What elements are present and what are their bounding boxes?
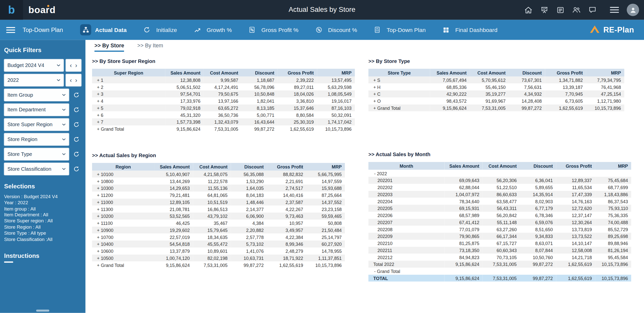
row-label-cell[interactable]: 202206 <box>368 212 444 219</box>
filter-select-store-super-region[interactable]: Store Super Region <box>4 118 69 131</box>
row-label-cell[interactable]: 202208 <box>368 226 444 233</box>
refresh-icon[interactable] <box>71 166 81 172</box>
table-row[interactable]: 20221284,94,82370,73,10510,50,76014,21,7… <box>368 254 631 261</box>
row-label-cell[interactable]: Total 2022 <box>368 261 444 268</box>
table-row[interactable]: + H68,85,33655,46,1507,56,63113,39,18776… <box>368 83 624 90</box>
avatar[interactable] <box>627 4 639 16</box>
refresh-icon[interactable] <box>71 92 81 98</box>
filter-select-item-group[interactable]: Item Group <box>4 89 69 101</box>
row-label-cell[interactable]: + Grand Total <box>92 261 154 268</box>
row-label-cell[interactable]: 202202 <box>368 184 444 191</box>
filter-select-store-region[interactable]: Store Region <box>4 133 69 146</box>
table-row[interactable]: 20220169,09,64356,20,3066,36,04112,89,33… <box>368 177 631 184</box>
table-row[interactable]: + 1070022,57,01918,34,6352,57,7784,22,38… <box>92 233 345 240</box>
table-row[interactable]: 2022031,04,07,97286,60,63314,35,91417,47… <box>368 191 631 198</box>
row-label-cell[interactable]: 202207 <box>368 219 444 226</box>
row-label-cell[interactable]: 202205 <box>368 205 444 212</box>
board-logo[interactable]: b <box>0 0 23 20</box>
tab-initialize[interactable]: Initialize <box>141 24 177 35</box>
tab-growth[interactable]: Growth % <box>192 24 232 35</box>
tab-discount[interactable]: Discount % <box>313 24 357 35</box>
presentation-icon[interactable] <box>539 5 549 15</box>
sidebar-menu-icon[interactable] <box>6 26 17 33</box>
row-label-cell[interactable]: 202209 <box>368 233 444 240</box>
table-row[interactable]: + 71,57,73,3981,32,43,07916,43,64425,30,… <box>92 118 355 125</box>
table-row[interactable]: + O98,43,57291,69,96714,28,4086,73,6051,… <box>368 97 624 105</box>
row-label-cell[interactable]: + 10900 <box>92 227 154 234</box>
row-label-cell[interactable]: + 11100 <box>92 220 154 227</box>
row-label-cell[interactable]: 202212 <box>368 254 444 261</box>
notes-icon[interactable] <box>555 5 566 15</box>
table-row[interactable]: + 112,38,8089,99,5871,18,6872,39,22213,5… <box>92 77 355 84</box>
subtab-by-item[interactable]: >> By Item <box>137 42 163 52</box>
row-label-cell[interactable]: + 7 <box>92 118 165 125</box>
table-row[interactable]: + 1110046,42535,4674,38410,95750,808 <box>92 220 345 227</box>
refresh-icon[interactable] <box>71 136 81 142</box>
tab-final-dashboard[interactable]: Final Dashboard <box>440 24 498 35</box>
row-label-cell[interactable]: + 10300 <box>92 185 154 192</box>
row-label-cell[interactable]: 202210 <box>368 240 444 247</box>
refresh-icon[interactable] <box>71 107 81 113</box>
table-row[interactable]: 20220668,57,98956,20,8426,78,34612,37,14… <box>368 212 631 219</box>
table-row[interactable]: + 1020053,52,56543,79,1026,06,9009,73,46… <box>92 213 345 220</box>
table-row[interactable]: + 417,33,97613,97,1661,82,0413,36,81019,… <box>92 97 355 105</box>
table-row[interactable]: 20220262,88,04451,22,5105,89,65511,65,53… <box>368 184 631 191</box>
table-row[interactable]: Total 20229,15,86,6247,53,31,00599,87,27… <box>368 261 631 268</box>
table-row[interactable]: 20220569,15,93156,43,3116,77,17912,72,62… <box>368 205 631 212</box>
home-icon[interactable] <box>523 5 533 15</box>
menu-icon[interactable] <box>609 5 620 15</box>
table-row[interactable]: + 1060013,37,87910,89,6011,41,0762,48,27… <box>92 248 345 255</box>
table-row[interactable]: + Grand Total9,15,86,6247,53,31,00599,87… <box>92 261 345 268</box>
table-row[interactable]: + Grand Total9,15,86,6247,53,31,00599,87… <box>368 105 624 112</box>
filter-select-item-department[interactable]: Item Department <box>4 103 69 116</box>
row-label-cell[interactable]: - Grand Total <box>368 268 444 275</box>
table-row[interactable]: 20220979,90,86566,17,3449,34,83313,73,52… <box>368 233 631 240</box>
next-arrow-icon[interactable]: › <box>75 62 77 69</box>
table-row[interactable]: + 397,54,70179,50,67510,50,84818,04,0261… <box>92 90 355 97</box>
row-label-cell[interactable]: + 10500 <box>92 255 154 262</box>
row-label-cell[interactable]: + 10800 <box>92 178 154 185</box>
table-row[interactable]: 20220877,01,07963,27,2608,51,65013,73,81… <box>368 226 631 233</box>
row-label-cell[interactable]: + 10400 <box>92 240 154 248</box>
table-row[interactable]: + 645,31,32036,50,7365,00,7718,80,58450,… <box>92 111 355 118</box>
table-row[interactable]: + 1040054,54,81845,55,4725,73,1028,99,34… <box>92 240 345 248</box>
table-row[interactable]: + 1100012,89,10510,51,5191,48,4462,37,58… <box>92 199 345 206</box>
prev-arrow-icon[interactable]: ‹ <box>70 62 72 69</box>
table-row[interactable]: + 1030014,29,65311,55,1361,64,0352,74,51… <box>92 185 345 192</box>
table-row[interactable]: TOTAL9,15,86,6247,53,31,00599,87,2721,62… <box>368 275 631 282</box>
table-row[interactable]: + S7,05,67,4945,70,95,61273,67,3011,34,7… <box>368 77 624 84</box>
row-label-cell[interactable]: + 10600 <box>92 248 154 255</box>
row-label-cell[interactable]: - 2022 <box>368 170 444 177</box>
table-row[interactable]: + 101005,10,40,9074,21,58,07556,35,08888… <box>92 171 345 178</box>
row-label-cell[interactable]: + 3 <box>92 90 165 97</box>
table-row[interactable]: + 105001,00,74,12082,02,19810,63,73118,7… <box>92 255 345 262</box>
table-row[interactable]: 20220478,34,64063,58,4778,02,90314,76,16… <box>368 198 631 205</box>
table-row[interactable]: - 2022 <box>368 170 631 177</box>
table-row[interactable]: - Grand Total <box>368 268 631 275</box>
table-row[interactable]: + 1130021,08,78116,86,5132,14,3774,22,26… <box>92 205 345 213</box>
row-label-cell[interactable]: + 10700 <box>92 233 154 240</box>
row-label-cell[interactable]: + 1 <box>92 77 165 84</box>
table-row[interactable]: 20220767,41,41255,11,1486,59,07612,30,26… <box>368 219 631 226</box>
filter-select-store-type[interactable]: Store Type <box>4 148 69 160</box>
row-label-cell[interactable]: + Grand Total <box>92 125 165 132</box>
filter-select-store-classification[interactable]: Store Classification <box>4 163 69 175</box>
tab-top-down-plan[interactable]: Top-Down Plan <box>372 24 426 35</box>
row-label-cell[interactable]: + 5 <box>92 105 165 112</box>
table-row[interactable]: + C42,90,22235,19,2774,34,9327,70,94547,… <box>368 90 624 97</box>
row-label-cell[interactable]: 202203 <box>368 191 444 198</box>
table-row[interactable]: + 25,06,51,5024,17,24,49156,78,09689,27,… <box>92 83 355 90</box>
row-label-cell[interactable]: + 10100 <box>92 171 154 178</box>
row-label-cell[interactable]: + O <box>368 97 430 105</box>
table-row[interactable]: + Grand Total9,15,86,6247,53,31,00599,87… <box>92 125 355 132</box>
row-label-cell[interactable]: + S <box>368 77 430 84</box>
refresh-icon[interactable] <box>71 122 81 127</box>
chat-icon[interactable] <box>587 5 597 15</box>
row-label-cell[interactable]: TOTAL <box>368 275 444 282</box>
row-label-cell[interactable]: + 11300 <box>92 205 154 213</box>
row-label-cell[interactable]: + 10200 <box>92 213 154 220</box>
next-arrow-icon[interactable]: › <box>75 77 77 84</box>
table-row[interactable]: + 1090019,29,60215,79,6452,20,8823,49,95… <box>92 227 345 234</box>
filter-select-budget-2024-v4[interactable]: Budget 2024 V4 <box>4 59 64 72</box>
row-label-cell[interactable]: 202201 <box>368 177 444 184</box>
